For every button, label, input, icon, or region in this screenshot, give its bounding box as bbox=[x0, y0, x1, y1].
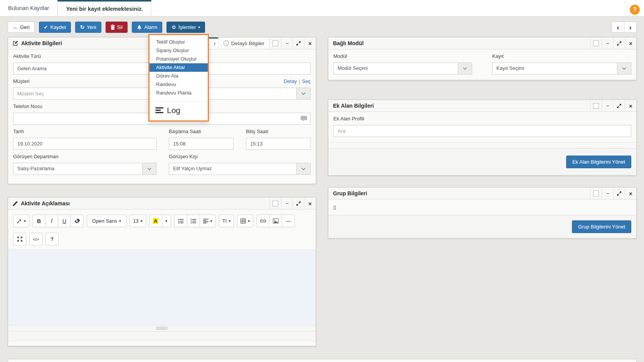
department-label: Görüşen Departman bbox=[13, 154, 156, 159]
save-label: Kaydet bbox=[50, 24, 66, 30]
collapse-icon[interactable]: − bbox=[281, 37, 293, 49]
panel-select-checkbox[interactable] bbox=[269, 198, 281, 209]
close-icon[interactable]: × bbox=[625, 188, 636, 199]
next-record-button[interactable]: › bbox=[624, 22, 637, 33]
expand-icon[interactable] bbox=[613, 37, 625, 49]
linked-module-controls: − × bbox=[590, 37, 636, 49]
caret-down-icon: ▾ bbox=[229, 219, 230, 223]
editor-content-area[interactable] bbox=[8, 249, 316, 325]
customer-detail-link[interactable]: Detay bbox=[284, 78, 297, 84]
pencil-icon bbox=[13, 201, 18, 206]
chevron-down-icon bbox=[301, 92, 306, 95]
editor-help-button[interactable]: ? bbox=[45, 233, 59, 245]
ordered-list-button[interactable] bbox=[187, 215, 200, 227]
manage-groups-button[interactable]: Grup Bilgilerini Yönet bbox=[572, 220, 631, 233]
insert-image-button[interactable] bbox=[269, 215, 282, 227]
menu-item-create-order[interactable]: Sipariş Oluştur bbox=[150, 46, 208, 55]
italic-button[interactable]: I bbox=[45, 215, 58, 227]
menu-item-log[interactable]: Log bbox=[150, 105, 208, 118]
chevron-down-icon bbox=[463, 67, 467, 70]
help-icon[interactable]: ? bbox=[630, 5, 640, 15]
collapse-icon[interactable]: − bbox=[602, 100, 613, 112]
date-input[interactable] bbox=[13, 138, 156, 150]
expand-icon[interactable] bbox=[293, 198, 304, 209]
alarm-button[interactable]: Alarm bbox=[132, 22, 162, 33]
customer-dropdown-button[interactable] bbox=[297, 88, 311, 100]
font-size-button[interactable]: 13 ▾ bbox=[129, 215, 146, 227]
font-color-button[interactable]: A bbox=[149, 215, 162, 227]
expand-icon[interactable] bbox=[613, 188, 625, 199]
table-button[interactable]: ▾ bbox=[237, 215, 253, 227]
panel-select-checkbox[interactable] bbox=[590, 188, 602, 199]
back-label: Geri bbox=[20, 24, 30, 30]
department-dropdown-button[interactable] bbox=[143, 163, 156, 175]
insert-link-button[interactable] bbox=[256, 215, 269, 227]
collapse-icon[interactable]: − bbox=[602, 37, 613, 49]
horizontal-rule-button[interactable]: — bbox=[282, 215, 295, 227]
save-button[interactable]: ✔ Kaydet bbox=[39, 22, 71, 33]
tab-found-records[interactable]: Bulunan Kayıtlar bbox=[0, 0, 57, 16]
panel-select-checkbox[interactable] bbox=[590, 100, 602, 112]
fullscreen-button[interactable] bbox=[13, 233, 26, 245]
back-button[interactable]: ← Geri bbox=[8, 22, 35, 33]
caret-down-icon: ▾ bbox=[141, 219, 143, 223]
close-icon[interactable]: × bbox=[304, 37, 316, 49]
activity-panel-controls: − × bbox=[269, 37, 316, 49]
end-time-input[interactable] bbox=[246, 138, 311, 150]
panel-select-checkbox[interactable] bbox=[269, 37, 281, 49]
expand-icon[interactable] bbox=[293, 37, 304, 49]
back-arrow-icon: ← bbox=[13, 25, 18, 30]
manage-extra-fields-button[interactable]: Ek Alan Bilgilerini Yönet bbox=[566, 156, 631, 168]
collapse-icon[interactable]: − bbox=[281, 198, 293, 209]
person-select[interactable]: Elif Yalçın Uymaz bbox=[169, 163, 297, 175]
editor-footer bbox=[8, 341, 316, 346]
close-icon[interactable]: × bbox=[625, 100, 636, 112]
menu-item-create-offer[interactable]: Teklif Oluştur bbox=[150, 38, 208, 46]
editor-resize-handle[interactable] bbox=[8, 325, 316, 332]
module-select[interactable]: Modül Seçimi bbox=[333, 63, 458, 74]
group-info-title: Grup Bilgileri bbox=[333, 190, 367, 196]
check-icon: ✔ bbox=[44, 25, 48, 30]
collapse-icon[interactable]: − bbox=[602, 188, 613, 199]
close-icon[interactable]: × bbox=[625, 37, 636, 49]
profile-search-input[interactable] bbox=[333, 125, 631, 137]
underline-button[interactable]: U bbox=[58, 215, 71, 227]
line-height-button[interactable]: TI ▾ bbox=[219, 215, 234, 227]
actions-button[interactable]: ⚙ İşlemler ▾ bbox=[166, 22, 205, 33]
delete-button[interactable]: Sil bbox=[106, 22, 128, 33]
bold-button[interactable]: B bbox=[32, 215, 45, 227]
comment-bubble-icon[interactable] bbox=[301, 116, 307, 122]
code-view-button[interactable]: </> bbox=[29, 233, 42, 245]
start-time-input[interactable] bbox=[169, 138, 234, 150]
clear-format-button[interactable] bbox=[71, 215, 84, 227]
close-icon[interactable]: × bbox=[304, 198, 316, 209]
font-color-caret-button[interactable]: ▾ bbox=[162, 215, 171, 227]
module-dropdown-button[interactable] bbox=[458, 63, 472, 74]
trash-icon bbox=[111, 25, 115, 30]
tab-new-record[interactable]: Yeni bir kayıt eklemektesiniz. bbox=[57, 0, 151, 16]
department-select[interactable]: Satış-Pazarlama bbox=[13, 163, 143, 175]
gear-icon: ⚙ bbox=[172, 25, 176, 30]
customer-select-link[interactable]: Seç bbox=[302, 78, 311, 84]
menu-item-assign-task[interactable]: Görev Ata bbox=[150, 72, 208, 80]
panel-select-checkbox[interactable] bbox=[590, 37, 602, 49]
prev-record-button[interactable]: ‹ bbox=[612, 22, 624, 33]
log-list-icon bbox=[155, 107, 163, 113]
tab-detailed-info[interactable]: ↑ Detaylı Bilgiler bbox=[218, 37, 269, 49]
paragraph-align-button[interactable]: ▾ bbox=[200, 215, 216, 227]
new-button[interactable]: ↻ Yeni bbox=[75, 22, 101, 33]
top-tab-bar: Bulunan Kayıtlar Yeni bir kayıt eklemekt… bbox=[0, 0, 644, 17]
record-dropdown-button[interactable] bbox=[617, 63, 631, 74]
extra-fields-spacer bbox=[328, 142, 636, 148]
unordered-list-button[interactable] bbox=[174, 215, 187, 227]
menu-item-plan-appointment[interactable]: Randevu Planla bbox=[150, 89, 208, 97]
person-dropdown-button[interactable] bbox=[297, 163, 311, 175]
font-family-button[interactable]: Open Sans ▾ bbox=[87, 215, 126, 227]
magic-wand-icon bbox=[17, 218, 22, 224]
menu-item-appointment[interactable]: Randevu bbox=[150, 80, 208, 89]
style-magic-button[interactable]: ▾ bbox=[13, 215, 29, 227]
menu-item-create-potential[interactable]: Potansiyel Oluştur bbox=[150, 55, 208, 63]
menu-item-transfer-activity[interactable]: Aktivite Aktar bbox=[150, 63, 208, 72]
expand-icon[interactable] bbox=[613, 100, 625, 112]
record-select[interactable]: Kayıt Seçimi bbox=[492, 63, 617, 74]
